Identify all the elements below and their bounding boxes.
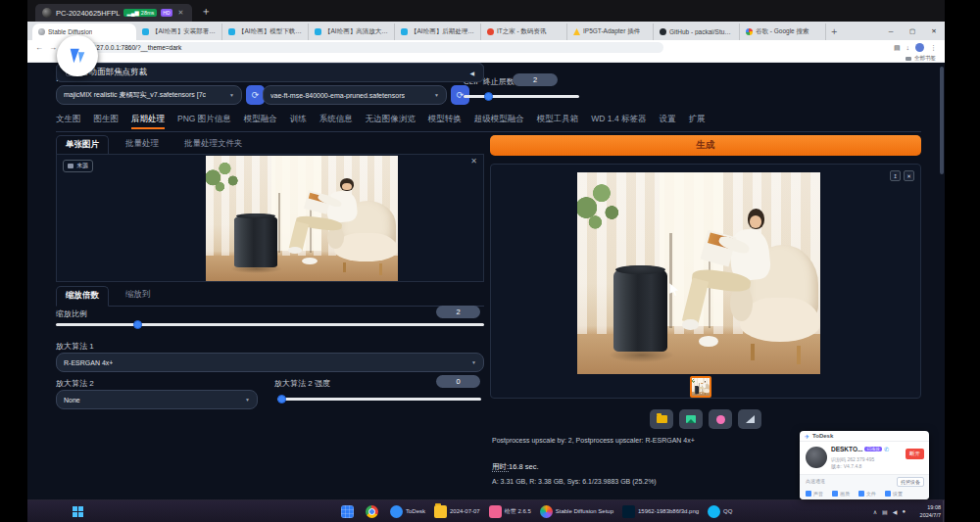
send-to-extras-button[interactable] xyxy=(738,409,761,429)
webui-tab[interactable]: 系统信息 xyxy=(319,112,353,127)
upscaler2-visibility-slider[interactable] xyxy=(277,398,481,401)
todesk-tool-button[interactable]: 文件 xyxy=(858,491,876,497)
taskbar-app[interactable]: 15962-1983b86f3d.png xyxy=(622,505,699,518)
tray-ime-icon[interactable]: ▤ xyxy=(882,508,888,515)
webui-tab[interactable]: 训练 xyxy=(290,112,307,127)
browser-tab[interactable]: IP5GT-Adapter 插件 xyxy=(567,24,654,40)
forward-icon[interactable]: → xyxy=(49,43,57,52)
download-icon[interactable]: ↓ xyxy=(906,44,910,51)
show-desktop-strip[interactable] xyxy=(943,500,945,522)
extensions-icon[interactable]: ▤ xyxy=(894,44,901,52)
browser-tab[interactable]: GitHub - packai/Studio xyxy=(654,24,740,40)
upscaler2-visibility-value[interactable]: 0 xyxy=(436,375,480,388)
webui-tab[interactable]: 图生图 xyxy=(94,112,120,127)
scale-mode-tab[interactable]: 缩放倍数 xyxy=(56,286,109,307)
webui-tab[interactable]: 设置 xyxy=(659,112,675,127)
source-image-dropzone[interactable]: 来源 ✕ xyxy=(56,154,484,282)
todesk-popup-header[interactable]: ✈ ToDesk xyxy=(800,431,929,442)
scale-ratio-value[interactable]: 2 xyxy=(436,306,480,318)
phone-icon[interactable]: ✆ xyxy=(884,446,889,452)
taskbar-app[interactable]: 绘世 2.6.5 xyxy=(489,505,531,518)
host-device-button[interactable]: 托管设备 xyxy=(897,477,924,487)
save-zip-button[interactable] xyxy=(709,409,732,429)
taskbar-clock[interactable]: 19:082024/7/7 xyxy=(920,504,941,520)
accordion-row[interactable]: 自动面部焦点剪裁 ◀ xyxy=(56,63,484,82)
clear-image-icon[interactable]: ✕ xyxy=(470,157,477,166)
refresh-icon: ⟳ xyxy=(252,90,260,100)
webui-tab[interactable]: WD 1.4 标签器 xyxy=(591,112,646,127)
disconnect-button[interactable]: 断开 xyxy=(906,449,924,459)
taskbar-app[interactable]: 2024-07-07 xyxy=(434,505,480,518)
tray-expand-icon[interactable]: ∧ xyxy=(873,508,877,515)
todesk-app-name: ToDesk xyxy=(812,433,833,439)
browser-tab[interactable]: IT之家 - 数码资讯 xyxy=(481,24,567,40)
webui-tab[interactable]: 模型融合 xyxy=(244,112,277,127)
slider-handle[interactable] xyxy=(133,320,142,329)
webui-tab[interactable]: 超级模型融合 xyxy=(474,112,524,127)
open-folder-button[interactable] xyxy=(650,409,673,429)
channel-note: 高速通道 xyxy=(806,478,825,484)
browser-tab[interactable]: 谷歌 - Google 搜索 xyxy=(740,24,826,40)
todesk-tool-button[interactable]: 画质 xyxy=(832,491,850,497)
close-session-icon[interactable]: ✕ xyxy=(176,9,186,17)
todesk-tool-button[interactable]: 设置 xyxy=(885,491,903,497)
slider-handle[interactable] xyxy=(484,92,493,101)
minimize-button[interactable]: ─ xyxy=(880,22,902,40)
webui-tab[interactable]: 无边图像浏览 xyxy=(366,112,416,127)
close-preview-icon[interactable]: ✕ xyxy=(904,170,914,181)
menu-icon[interactable]: ⋮ xyxy=(930,44,937,52)
upscaler2-dropdown[interactable]: None▼ xyxy=(56,390,258,409)
clip-skip-value[interactable]: 2 xyxy=(513,73,558,86)
clip-skip-slider[interactable] xyxy=(464,95,579,98)
taskbar-app[interactable] xyxy=(341,505,357,518)
upscaler1-dropdown[interactable]: R-ESRGAN 4x+▼ xyxy=(56,353,484,372)
new-session-button[interactable]: ＋ xyxy=(200,4,211,19)
webui-tab[interactable]: 文生图 xyxy=(56,112,81,127)
app-icon xyxy=(708,505,720,518)
page-scrollbar[interactable] xyxy=(940,67,944,174)
taskbar-app[interactable]: QQ xyxy=(708,505,732,518)
extras-subtab[interactable]: 单张图片 xyxy=(56,135,109,156)
back-icon[interactable]: ← xyxy=(35,43,43,52)
new-tab-button[interactable]: ＋ xyxy=(829,24,839,38)
generate-button[interactable]: 生成 xyxy=(490,135,921,156)
browser-tab[interactable]: 【AI绘画】后期处理流程 - 哔哩哔哩 xyxy=(395,24,481,40)
output-image-preview[interactable] xyxy=(577,172,820,374)
remote-session-tab[interactable]: PC-20240625HFPL ▂▄▆28ms HD ✕ xyxy=(35,4,192,22)
tray-volume-icon[interactable]: ◀ xyxy=(893,508,898,515)
browser-tab[interactable]: 【AI绘画】安装部署教程 - 哔哩哔哩 xyxy=(136,24,222,40)
start-button[interactable] xyxy=(73,506,83,517)
output-thumbnail[interactable] xyxy=(690,376,711,398)
all-bookmarks-label[interactable]: 全部书签 xyxy=(914,55,936,62)
profile-avatar[interactable] xyxy=(915,43,924,52)
browser-tab[interactable]: 【AI绘画】高清放大教程 - 哔哩哔哩 xyxy=(309,24,395,40)
webui-tab[interactable]: 后期处理 xyxy=(131,112,165,127)
tab-favicon xyxy=(228,28,235,35)
sd-model-dropdown[interactable]: majicMIX realistic 麦橘写实_v7.safetensors [… xyxy=(56,85,242,105)
input-image-preview[interactable] xyxy=(206,156,398,281)
webui-tab[interactable]: 模型工具箱 xyxy=(537,112,579,127)
scale-ratio-slider[interactable] xyxy=(56,323,484,326)
webui-tab[interactable]: 模型转换 xyxy=(428,112,462,127)
tray-network-icon[interactable]: ● xyxy=(902,508,906,514)
vae-dropdown[interactable]: vae-ft-mse-840000-ema-pruned.safetensors… xyxy=(263,85,447,105)
todesk-device-id: 识别码 262 379 495 xyxy=(831,456,874,462)
extras-subtab[interactable]: 批量处理 xyxy=(117,135,168,155)
ruler-icon xyxy=(746,415,755,423)
send-to-icon[interactable]: ↥ xyxy=(890,170,901,181)
close-window-button[interactable]: ✕ xyxy=(923,22,945,40)
taskbar-app[interactable]: ToDesk xyxy=(390,505,425,518)
taskbar-app[interactable] xyxy=(366,505,381,518)
browser-tab[interactable]: 【AI绘画】模型下载使用 - 哔哩哔哩 xyxy=(222,24,309,40)
scale-mode-tab[interactable]: 缩放到 xyxy=(117,286,160,306)
save-image-button[interactable] xyxy=(679,409,703,429)
extras-subtab[interactable]: 批量处理文件夹 xyxy=(175,135,252,155)
webui-tab[interactable]: PNG 图片信息 xyxy=(177,112,231,127)
huishi-launcher-logo[interactable] xyxy=(57,35,98,76)
todesk-tool-button[interactable]: 声音 xyxy=(806,491,823,497)
slider-handle[interactable] xyxy=(277,395,286,403)
maximize-button[interactable]: ▢ xyxy=(902,22,923,40)
taskbar-app[interactable]: Stable Diffusion Setup xyxy=(540,505,613,518)
address-bar[interactable]: ⓘ 127.0.0.1:7860/?__theme=dark xyxy=(75,42,663,53)
webui-tab[interactable]: 扩展 xyxy=(688,112,705,127)
